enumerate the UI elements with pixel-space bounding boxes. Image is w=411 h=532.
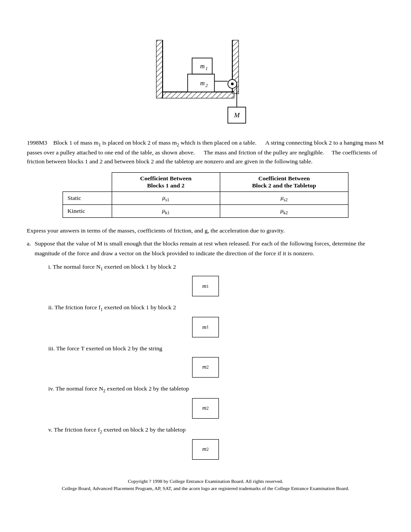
svg-rect-1 <box>156 40 163 98</box>
footer: Copyright ? 1998 by College Entrance Exa… <box>27 478 384 492</box>
problem-id: 1998M3 <box>27 139 47 146</box>
sub-item-i: i. The normal force N1 exerted on block … <box>27 262 384 297</box>
sub-item-i-block-container: m1 <box>27 276 384 296</box>
block-box-m2-iii: m2 <box>192 357 219 378</box>
table-kinetic-col2: μk2 <box>220 205 348 218</box>
table-static-label: Static <box>63 192 112 205</box>
svg-text:2: 2 <box>206 83 208 88</box>
table-kinetic-label: Kinetic <box>63 205 112 218</box>
footer-line2: College Board, Advanced Placement Progra… <box>27 485 384 492</box>
table-header-col1: Coefficient BetweenBlocks 1 and 2 <box>112 173 220 192</box>
table-kinetic-col1: μk1 <box>112 205 220 218</box>
sub-item-iv-block-container: m2 <box>27 398 384 419</box>
svg-text:m: m <box>200 80 205 87</box>
sub-item-iii-text: iii. The force T exerted on block 2 by t… <box>48 344 384 353</box>
friction-table: Coefficient BetweenBlocks 1 and 2 Coeffi… <box>63 172 348 217</box>
svg-text:m: m <box>200 63 205 70</box>
sub-item-iii-block-container: m2 <box>27 357 384 378</box>
block-box-m2-v: m2 <box>192 439 219 460</box>
table-header-col2: Coefficient BetweenBlock 2 and the Table… <box>220 173 348 192</box>
block-box-m2-iv: m2 <box>192 398 219 419</box>
block-box-m1-ii: m1 <box>192 317 219 337</box>
part-a-container: a. Suppose that the value of M is small … <box>27 239 384 258</box>
svg-text:1: 1 <box>206 66 208 71</box>
sub-item-iii: iii. The force T exerted on block 2 by t… <box>27 344 384 378</box>
problem-text: 1998M3 Block 1 of mass m1 is placed on b… <box>27 138 384 166</box>
sub-item-iv: iv. The normal force N2 exerted on block… <box>27 384 384 419</box>
sub-item-v-text: v. The friction force f2 exerted on bloc… <box>48 425 384 436</box>
svg-text:M: M <box>234 112 240 119</box>
table-static-col1: μs1 <box>112 192 220 205</box>
part-a-label: a. <box>27 239 31 258</box>
footer-line1: Copyright ? 1998 by College Entrance Exa… <box>27 478 384 485</box>
block-box-m1-i: m1 <box>192 276 219 296</box>
table-static-col2: μs2 <box>220 192 348 205</box>
sub-item-ii-block-container: m1 <box>27 317 384 337</box>
sub-item-v: v. The friction force f2 exerted on bloc… <box>27 425 384 460</box>
sub-item-i-text: i. The normal force N1 exerted on block … <box>48 262 384 273</box>
sub-item-v-block-container: m2 <box>27 439 384 460</box>
svg-point-8 <box>231 83 234 85</box>
sub-item-iv-text: iv. The normal force N2 exerted on block… <box>48 384 384 395</box>
sub-item-ii: ii. The friction force f1 exerted on blo… <box>27 303 384 337</box>
sub-item-ii-text: ii. The friction force f1 exerted on blo… <box>48 303 384 313</box>
express-text: Express your answers in terms of the mas… <box>27 226 384 236</box>
part-a-intro: a. Suppose that the value of M is small … <box>27 239 384 258</box>
physics-diagram: m 2 m 1 M <box>27 13 384 129</box>
svg-rect-3 <box>163 92 234 98</box>
part-a-body: Suppose that the value of M is small eno… <box>34 239 384 258</box>
